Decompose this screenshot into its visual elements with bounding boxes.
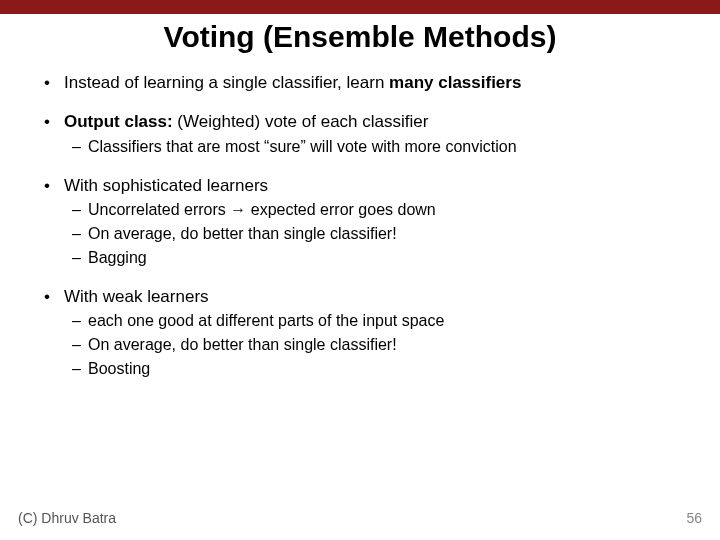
bullet-3-sub-1: Uncorrelated errors → expected error goe…: [36, 200, 684, 220]
bullet-3-sub-1b: expected error goes down: [246, 201, 435, 218]
bullet-2-sub-1: Classifiers that are most “sure” will vo…: [36, 137, 684, 157]
bullet-4-sub-1: each one good at different parts of the …: [36, 311, 684, 331]
bullet-3-sub-2: On average, do better than single classi…: [36, 224, 684, 244]
bullet-3-sub-3: Bagging: [36, 248, 684, 268]
bullet-4-sub-3: Boosting: [36, 359, 684, 379]
arrow-icon: →: [230, 201, 246, 218]
slide-number: 56: [686, 510, 702, 526]
bullet-1-text-bold: many classifiers: [389, 73, 521, 92]
bullet-2: Output class: (Weighted) vote of each cl…: [36, 111, 684, 132]
footer-copyright: (C) Dhruv Batra: [18, 510, 116, 526]
bullet-2-rest: (Weighted) vote of each classifier: [177, 112, 428, 131]
bullet-4-subs: each one good at different parts of the …: [36, 311, 684, 379]
bullet-3: With sophisticated learners: [36, 175, 684, 196]
bullet-2-bold: Output class:: [64, 112, 177, 131]
slide-title: Voting (Ensemble Methods): [0, 20, 720, 54]
bullet-3-sub-1a: Uncorrelated errors: [88, 201, 230, 218]
bullet-4: With weak learners: [36, 286, 684, 307]
bullet-3-subs: Uncorrelated errors → expected error goe…: [36, 200, 684, 268]
top-accent-bar: [0, 0, 720, 14]
bullet-1-text-a: Instead of learning a single classifier,…: [64, 73, 389, 92]
bullet-2-subs: Classifiers that are most “sure” will vo…: [36, 137, 684, 157]
bullet-4-sub-2: On average, do better than single classi…: [36, 335, 684, 355]
bullet-1: Instead of learning a single classifier,…: [36, 72, 684, 93]
slide-body: Instead of learning a single classifier,…: [0, 72, 720, 379]
